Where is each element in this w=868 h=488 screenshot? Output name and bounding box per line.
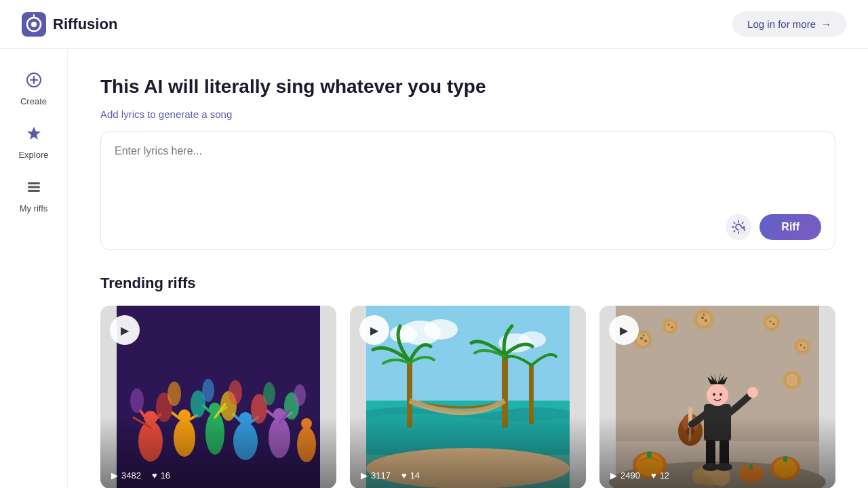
- plays-icon-1: ▶: [111, 470, 118, 481]
- riff-card-3-play-button[interactable]: ▶: [609, 315, 639, 345]
- create-icon: [26, 72, 42, 92]
- main-content: This AI will literally sing whatever you…: [68, 49, 868, 488]
- login-button[interactable]: Log in for more →: [732, 12, 846, 37]
- riff-card-2-play-button[interactable]: ▶: [359, 315, 389, 345]
- svg-rect-8: [28, 182, 40, 184]
- login-button-label: Log in for more: [747, 18, 816, 30]
- play-icon-2: ▶: [370, 324, 378, 337]
- settings-button[interactable]: [726, 214, 751, 240]
- riff-card-2[interactable]: ▶ ▶ 3117 ♥ 14: [350, 306, 586, 488]
- plays-icon-2: ▶: [361, 470, 368, 481]
- svg-marker-7: [27, 127, 41, 140]
- riff-card-2-likes: ♥ 14: [401, 470, 420, 481]
- explore-icon: [26, 125, 42, 146]
- plays-icon-3: ▶: [610, 470, 617, 481]
- riff-card-2-stats: ▶ 3117 ♥ 14: [361, 470, 420, 481]
- riff-card-3-stats: ▶ 2490 ♥ 12: [610, 470, 669, 481]
- sidebar: Create Explore My riffs: [0, 49, 68, 488]
- riff-card-2-plays: ▶ 3117: [361, 470, 391, 481]
- settings-icon: [731, 220, 746, 235]
- logo-text: Riffusion: [53, 16, 117, 33]
- header: Riffusion Log in for more →: [0, 0, 868, 49]
- logo-area: Riffusion: [22, 12, 117, 37]
- riff-card-1-stats: ▶ 3482 ♥ 16: [111, 470, 170, 481]
- riffusion-logo-icon: [22, 12, 46, 37]
- sidebar-item-explore[interactable]: Explore: [7, 119, 61, 167]
- riff-button-label: Riff: [781, 221, 800, 232]
- page-title: This AI will literally sing whatever you…: [100, 76, 835, 98]
- svg-rect-9: [28, 186, 40, 188]
- riff-card-3[interactable]: ▶ ▶ 2490 ♥ 12: [599, 306, 835, 488]
- likes-icon-3: ♥: [651, 470, 656, 481]
- riff-card-3-plays: ▶ 2490: [610, 470, 640, 481]
- riff-card-1[interactable]: ▶ ▶ 3482 ♥ 16: [100, 306, 336, 488]
- sidebar-item-create[interactable]: Create: [7, 65, 61, 113]
- likes-icon-2: ♥: [401, 470, 407, 481]
- play-icon-3: ▶: [620, 324, 628, 337]
- sidebar-item-my-riffs-label: My riffs: [20, 203, 48, 214]
- sidebar-item-my-riffs[interactable]: My riffs: [7, 172, 61, 220]
- lyrics-container: Riff: [100, 131, 835, 250]
- sidebar-item-create-label: Create: [20, 96, 47, 106]
- login-arrow-icon: →: [821, 18, 831, 30]
- lyrics-input[interactable]: [115, 145, 821, 206]
- trending-title: Trending riffs: [100, 274, 835, 292]
- lyrics-actions: Riff: [115, 214, 821, 240]
- sidebar-item-explore-label: Explore: [18, 150, 48, 160]
- riff-card-3-likes: ♥ 12: [651, 470, 669, 481]
- my-riffs-icon: [26, 179, 42, 199]
- layout: Create Explore My riffs This AI will lit…: [0, 49, 868, 488]
- riff-button[interactable]: Riff: [760, 214, 821, 240]
- svg-rect-10: [28, 190, 40, 192]
- riff-card-1-plays: ▶ 3482: [111, 470, 141, 481]
- play-icon-1: ▶: [121, 324, 129, 337]
- riffs-grid: ▶ ▶ 3482 ♥ 16: [100, 306, 835, 488]
- svg-point-2: [31, 22, 37, 27]
- likes-icon-1: ♥: [152, 470, 157, 481]
- riff-card-1-play-button[interactable]: ▶: [110, 315, 140, 345]
- subtitle: Add lyrics to generate a song: [100, 108, 835, 120]
- riff-card-1-likes: ♥ 16: [152, 470, 170, 481]
